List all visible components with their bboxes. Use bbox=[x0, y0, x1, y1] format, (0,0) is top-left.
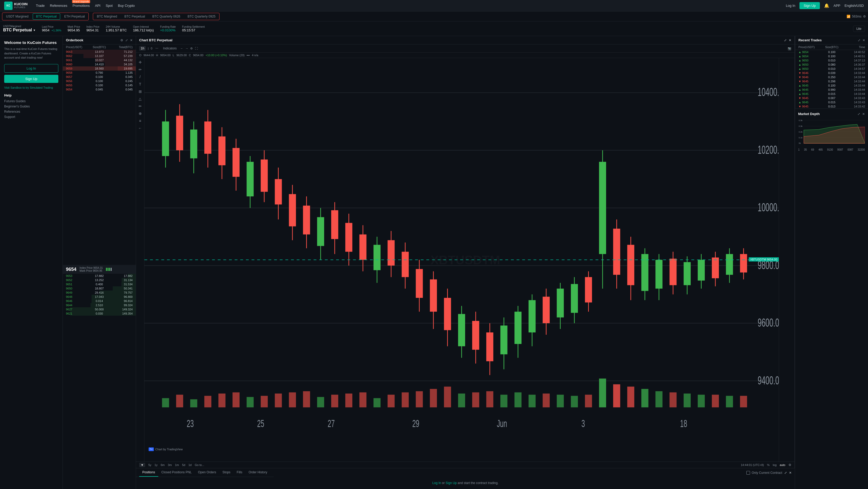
sidebar-signup-button[interactable]: Sign Up bbox=[4, 75, 58, 83]
orderbook-ask-row[interactable]: 9654 0.045 0.045 bbox=[63, 87, 136, 92]
period-1d[interactable]: 1d bbox=[188, 463, 191, 466]
tab-btc-quarterly-0626[interactable]: BTC Quarterly 0626 bbox=[149, 13, 183, 19]
tab-order-history[interactable]: Order History bbox=[245, 468, 270, 477]
help-references[interactable]: References bbox=[4, 110, 58, 113]
help-support[interactable]: Support bbox=[4, 115, 58, 119]
tab-btc-margined[interactable]: BTC Margined bbox=[94, 13, 120, 19]
orderbook-bid-row[interactable]: 9649 29.416 79.757 bbox=[63, 291, 136, 295]
orderbook-ask-row[interactable]: 9656 0.100 0.245 bbox=[63, 79, 136, 83]
sidebar-login-button[interactable]: Log In bbox=[4, 64, 58, 73]
symbol-dropdown-icon[interactable]: ▼ bbox=[33, 29, 36, 32]
help-beginners-guides[interactable]: Beginner's Guides bbox=[4, 105, 58, 108]
tab-usdt-margined[interactable]: USDT Margined bbox=[3, 13, 32, 19]
tf-kline-icon[interactable]: 0 bbox=[151, 47, 152, 50]
language-selector[interactable]: English/USD bbox=[844, 4, 864, 8]
chart-area[interactable]: XBTUSDTM ✛ ✏ / T ⊞ △ ✏ ⊕ ≡ ← bbox=[136, 58, 795, 461]
sandbox-link[interactable]: Visit Sandbox to try Simulated Trading bbox=[4, 86, 58, 89]
nav-promotions[interactable]: Promotions bbox=[72, 4, 90, 8]
chart-scale-settings[interactable]: ⚙ bbox=[788, 463, 792, 467]
measure-icon[interactable]: ⊞ bbox=[138, 90, 142, 94]
tf-chart-type-icon[interactable]: 〰 bbox=[155, 47, 158, 50]
period-3m[interactable]: 3m bbox=[168, 463, 172, 466]
bottom-login-link[interactable]: Log In bbox=[432, 481, 441, 485]
orderbook-ask-row[interactable]: 9660 14.410 34.105 bbox=[63, 62, 136, 66]
nav-api[interactable]: API bbox=[95, 4, 100, 8]
help-futures-guides[interactable]: Futures Guides bbox=[4, 99, 58, 103]
market-symbol[interactable]: USDTMargined BTC Perpetual ▼ bbox=[3, 25, 36, 32]
tf-1h[interactable]: 1h bbox=[139, 46, 146, 51]
tab-btc-quarterly-0925[interactable]: BTC Quarterly 0925 bbox=[184, 13, 219, 19]
app-download[interactable]: APP bbox=[834, 4, 840, 8]
camera-icon[interactable]: 📷 bbox=[788, 47, 792, 50]
tab-positions[interactable]: Positions bbox=[139, 468, 158, 477]
period-6m[interactable]: 6m bbox=[161, 463, 164, 466]
period-expand-icon[interactable]: ▼ bbox=[139, 463, 145, 467]
tab-btc-perpetual-left[interactable]: BTC Perpetual bbox=[33, 13, 60, 20]
orderbook-bid-row[interactable]: 9652 13.252 31.134 bbox=[63, 278, 136, 282]
tab-closed-positions[interactable]: Closed Positions PNL bbox=[158, 468, 195, 477]
pencil-icon[interactable]: ✏ bbox=[138, 67, 142, 72]
tab-eth-perpetual[interactable]: ETH Perpetual bbox=[61, 13, 88, 19]
tab-stops[interactable]: Stops bbox=[219, 468, 234, 477]
orderbook-ask-row[interactable]: 9663 13.973 71.212 bbox=[63, 50, 136, 54]
period-1y[interactable]: 1y bbox=[155, 463, 158, 466]
logo[interactable]: KC KUCOIN FUTURES bbox=[4, 2, 28, 10]
crosshair-icon[interactable]: ✛ bbox=[138, 60, 142, 64]
market-depth-close-icon[interactable]: ✕ bbox=[862, 112, 865, 116]
shapes-icon[interactable]: △ bbox=[138, 97, 142, 101]
orderbook-ask-row[interactable]: 9659 18.560 19.695 bbox=[63, 66, 136, 71]
eraser-icon[interactable]: ✏ bbox=[138, 104, 142, 108]
orderbook-bid-row[interactable]: 9651 0.400 31.534 bbox=[63, 282, 136, 286]
scale-auto[interactable]: auto bbox=[780, 463, 785, 466]
orderbook-bid-row[interactable]: 9627 50.000 149.324 bbox=[63, 307, 136, 312]
settings-icon[interactable]: ⚙ bbox=[863, 14, 866, 18]
period-5d[interactable]: 5d bbox=[182, 463, 185, 466]
positions-close-icon[interactable]: ✕ bbox=[789, 471, 792, 475]
back-icon[interactable]: ← bbox=[138, 126, 142, 130]
chart-fullscreen-icon[interactable]: ⛶ bbox=[195, 47, 198, 50]
recent-trades-expand-icon[interactable]: ⤢ bbox=[858, 38, 860, 42]
nav-back-icon[interactable]: ← bbox=[180, 47, 183, 50]
tab-fills[interactable]: Fills bbox=[234, 468, 245, 477]
only-contract-checkbox[interactable] bbox=[746, 471, 750, 475]
orderbook-bid-row[interactable]: 9621 0.030 149.354 bbox=[63, 312, 136, 316]
notification-icon[interactable]: 🔔 bbox=[824, 3, 829, 8]
chart-close-icon[interactable]: ✕ bbox=[789, 38, 792, 42]
zoom-in-icon[interactable]: ⊕ bbox=[138, 111, 142, 116]
chart-settings-icon[interactable]: ⚙ bbox=[190, 47, 193, 50]
period-goto[interactable]: Go to... bbox=[195, 463, 204, 466]
orderbook-bid-row[interactable]: 9650 18.807 50.341 bbox=[63, 286, 136, 291]
lite-button[interactable]: Lite bbox=[853, 26, 865, 32]
orderbook-bid-row[interactable]: 9653 17.882 17.882 bbox=[63, 274, 136, 278]
scale-percent[interactable]: % bbox=[767, 463, 770, 466]
tf-indicators[interactable]: Indicators bbox=[161, 46, 178, 51]
nav-forward-icon[interactable]: → bbox=[185, 47, 188, 50]
period-1m[interactable]: 1m bbox=[175, 463, 179, 466]
orderbook-close-icon[interactable]: ✕ bbox=[130, 38, 133, 42]
market-depth-expand-icon[interactable]: ⤢ bbox=[858, 112, 860, 116]
nav-references[interactable]: References bbox=[50, 4, 67, 8]
period-5y[interactable]: 5y bbox=[148, 463, 152, 466]
bottom-signup-link[interactable]: Sign Up bbox=[445, 481, 457, 485]
orderbook-expand-icon[interactable]: ⤢ bbox=[125, 38, 128, 42]
tab-open-orders[interactable]: Open Orders bbox=[195, 468, 219, 477]
orderbook-ask-row[interactable]: 9658 0.790 1.135 bbox=[63, 71, 136, 75]
orderbook-bid-row[interactable]: 9644 2.510 99.324 bbox=[63, 303, 136, 307]
nav-buy-crypto[interactable]: Buy Crypto bbox=[118, 4, 135, 8]
line-icon[interactable]: / bbox=[140, 75, 141, 79]
more-tools-icon[interactable]: ≡ bbox=[139, 119, 141, 123]
chart-expand-icon[interactable]: ⤢ bbox=[784, 38, 787, 42]
tab-btc-perpetual-right[interactable]: BTC Perpetual bbox=[121, 13, 148, 19]
positions-expand-icon[interactable]: ⤢ bbox=[784, 471, 787, 475]
login-link[interactable]: Log In bbox=[786, 4, 795, 8]
orderbook-bid-row[interactable]: 9646 0.014 96.814 bbox=[63, 299, 136, 303]
orderbook-ask-row[interactable]: 9655 0.100 0.145 bbox=[63, 83, 136, 87]
signup-button[interactable]: Sign Up bbox=[800, 2, 820, 9]
nav-trade[interactable]: Trade bbox=[36, 4, 44, 8]
recent-trades-close-icon[interactable]: ✕ bbox=[863, 38, 865, 42]
orderbook-bid-row[interactable]: 9648 17.043 96.800 bbox=[63, 295, 136, 299]
orderbook-ask-row[interactable]: 9657 0.100 0.345 bbox=[63, 75, 136, 79]
orderbook-settings-icon[interactable]: ⚙ bbox=[120, 38, 123, 42]
nav-spot[interactable]: Spot bbox=[106, 4, 113, 8]
text-icon[interactable]: T bbox=[139, 82, 141, 86]
